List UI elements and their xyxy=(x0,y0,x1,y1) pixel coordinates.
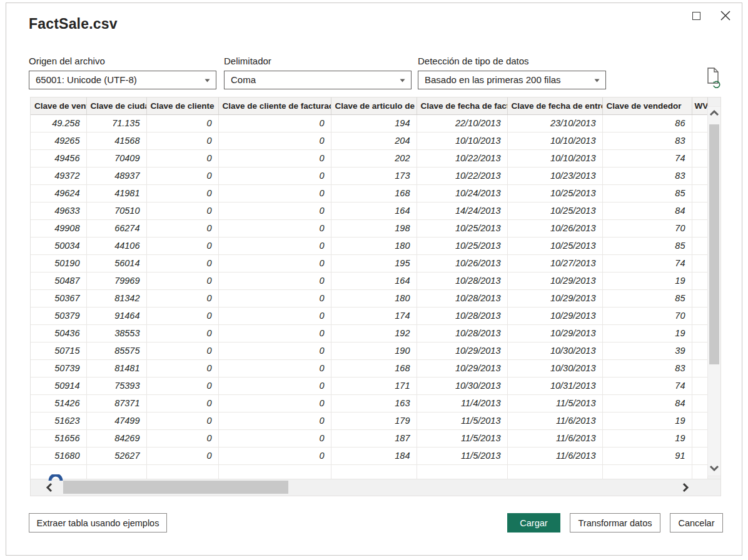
file-origin-select[interactable]: 65001: Unicode (UTF-8) xyxy=(29,71,216,89)
table-cell: 11/6/2013 xyxy=(507,447,602,464)
table-cell: 179 xyxy=(331,412,417,429)
vertical-scrollbar[interactable] xyxy=(707,106,721,476)
vertical-scroll-thumb[interactable] xyxy=(709,124,719,364)
chevron-right-icon xyxy=(680,481,691,494)
table-cell: 10/28/2013 xyxy=(417,289,507,307)
table-cell: 168 xyxy=(331,359,417,377)
extract-table-button[interactable]: Extraer tabla usando ejemplos xyxy=(29,513,167,532)
table-row: 50367813420018010/28/201310/29/201385 xyxy=(31,289,707,307)
table-cell: 0 xyxy=(218,184,331,202)
cancel-button[interactable]: Cancelar xyxy=(670,513,723,532)
table-cell: 164 xyxy=(331,202,417,219)
table-cell: 0 xyxy=(146,377,218,394)
table-cell: 74 xyxy=(602,254,692,272)
table-cell: 0 xyxy=(146,184,218,202)
table-cell: 51426 xyxy=(31,394,86,412)
table-cell: 70510 xyxy=(86,202,146,219)
horizontal-scrollbar[interactable] xyxy=(31,479,720,496)
table-cell: 84269 xyxy=(86,429,146,447)
table-cell: 85 xyxy=(602,237,692,254)
table-cell xyxy=(692,149,707,167)
table-cell: 204 xyxy=(331,132,417,149)
refresh-file-icon xyxy=(705,67,722,88)
horizontal-scroll-thumb[interactable] xyxy=(63,481,288,494)
table-row: 49.25871.1350019422/10/201323/10/201386 xyxy=(31,114,707,132)
delimiter-select[interactable]: Coma xyxy=(224,71,412,89)
table-row: 50379914640017410/28/201310/29/201370 xyxy=(31,307,707,324)
chevron-left-icon xyxy=(44,481,55,494)
table-cell: 0 xyxy=(218,272,331,289)
table-cell: 0 xyxy=(218,132,331,149)
table-cell: 0 xyxy=(218,359,331,377)
close-button[interactable] xyxy=(718,8,733,23)
table-cell: 38553 xyxy=(86,324,146,342)
table-cell: 0 xyxy=(146,447,218,464)
table-cell: 44106 xyxy=(86,237,146,254)
table-cell xyxy=(692,167,707,184)
table-cell: 0 xyxy=(218,289,331,307)
table-cell: 10/30/2013 xyxy=(417,377,507,394)
table-cell: 50487 xyxy=(31,272,86,289)
scroll-left-button[interactable] xyxy=(43,481,56,494)
table-cell: 11/6/2013 xyxy=(507,412,602,429)
table-cell: 0 xyxy=(146,202,218,219)
window-controls xyxy=(690,8,733,23)
table-cell: 75393 xyxy=(86,377,146,394)
table-cell: 202 xyxy=(331,149,417,167)
table-cell: 180 xyxy=(331,289,417,307)
table-cell: 0 xyxy=(146,167,218,184)
table-cell xyxy=(692,412,707,429)
table-cell xyxy=(692,307,707,324)
table-cell: 0 xyxy=(218,429,331,447)
table-cell: 49265 xyxy=(31,132,86,149)
table-row: 51623474990017911/5/201311/6/201319 xyxy=(31,412,707,429)
table-row: 50190560140019510/26/201310/27/201374 xyxy=(31,254,707,272)
table-cell: 0 xyxy=(218,324,331,342)
table-cell: 84 xyxy=(602,394,692,412)
table-cell: 74 xyxy=(602,377,692,394)
maximize-button[interactable] xyxy=(690,9,703,22)
table-cell: 51623 xyxy=(31,412,86,429)
preview-table: Clave de ventaClave de ciudadClave de cl… xyxy=(31,98,708,482)
table-cell xyxy=(692,272,707,289)
table-row: 50914753930017110/30/201310/31/201374 xyxy=(31,377,707,394)
table-cell: 49372 xyxy=(31,167,86,184)
close-icon xyxy=(720,11,730,21)
table-cell: 70 xyxy=(602,219,692,237)
refresh-preview-button[interactable] xyxy=(704,67,723,89)
table-cell: 83 xyxy=(602,132,692,149)
table-cell: 10/22/2013 xyxy=(417,167,507,184)
scroll-right-button[interactable] xyxy=(679,481,692,494)
table-cell: 50367 xyxy=(31,289,86,307)
table-cell: 50034 xyxy=(31,237,86,254)
table-cell: 11/4/2013 xyxy=(417,394,507,412)
column-header: Clave de vendedor xyxy=(602,98,692,114)
table-cell: 11/5/2013 xyxy=(417,429,507,447)
table-cell: 0 xyxy=(146,237,218,254)
table-cell: 10/27/2013 xyxy=(507,254,602,272)
table-cell: 10/29/2013 xyxy=(507,324,602,342)
transform-data-button[interactable]: Transformar datos xyxy=(570,513,660,532)
table-cell: 0 xyxy=(146,254,218,272)
table-cell: 171 xyxy=(331,377,417,394)
type-detection-select[interactable]: Basado en las primeras 200 filas xyxy=(418,71,606,89)
table-cell xyxy=(692,184,707,202)
table-cell: 85 xyxy=(602,184,692,202)
delimiter-label: Delimitador xyxy=(224,56,412,66)
scroll-down-button[interactable] xyxy=(708,463,720,474)
table-cell: 50715 xyxy=(31,342,86,359)
table-cell: 10/29/2013 xyxy=(507,272,602,289)
table-cell: 173 xyxy=(331,167,417,184)
scroll-up-button[interactable] xyxy=(708,108,720,119)
table-cell: 195 xyxy=(331,254,417,272)
table-cell: 11/5/2013 xyxy=(507,394,602,412)
column-header: Clave de articulo de sto xyxy=(331,98,417,114)
table-cell: 71.135 xyxy=(86,114,146,132)
table-cell: 41981 xyxy=(86,184,146,202)
table-cell xyxy=(692,132,707,149)
table-row: 50436385530019210/28/201310/29/201319 xyxy=(31,324,707,342)
load-button[interactable]: Cargar xyxy=(507,513,560,532)
table-cell: 0 xyxy=(146,359,218,377)
table-cell: 0 xyxy=(218,219,331,237)
table-cell: 0 xyxy=(146,324,218,342)
